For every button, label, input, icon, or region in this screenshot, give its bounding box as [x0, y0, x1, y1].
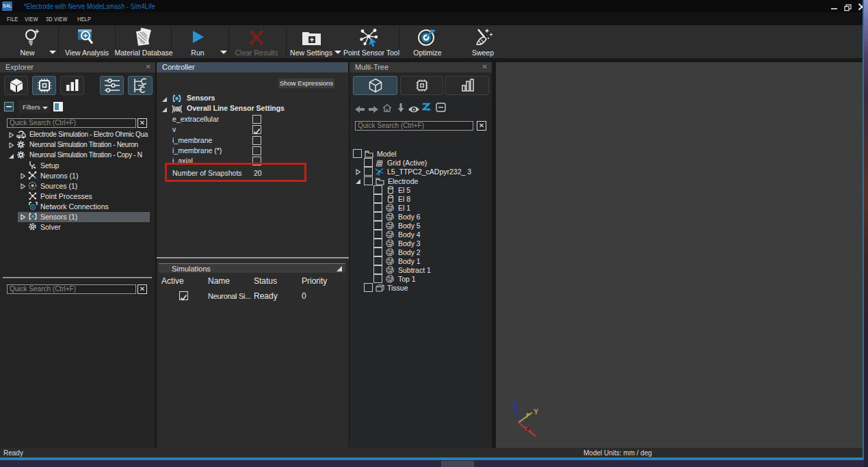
svg-text:Y: Y: [534, 408, 539, 416]
svg-text:Z: Z: [512, 401, 517, 409]
